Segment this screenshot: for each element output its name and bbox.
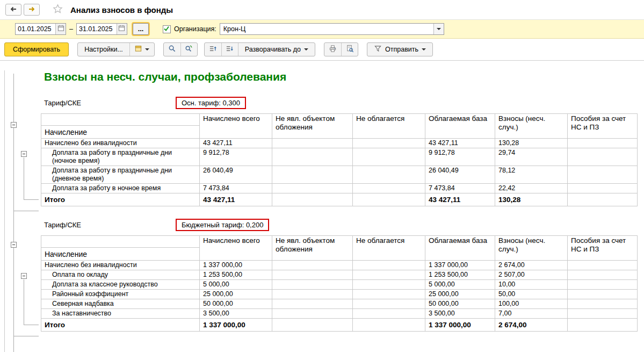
total-label[interactable]: Итого bbox=[41, 193, 200, 206]
cell-value[interactable] bbox=[272, 290, 353, 299]
period-more-button[interactable]: ... bbox=[133, 23, 149, 35]
settings-button[interactable]: Настройки... bbox=[78, 43, 129, 56]
row-label[interactable]: Доплата за классное руководство bbox=[41, 280, 200, 290]
collapse-group-toggle[interactable] bbox=[11, 122, 17, 128]
cell-value[interactable]: 50 000,00 bbox=[425, 299, 495, 309]
collapse-group-toggle[interactable] bbox=[11, 242, 17, 248]
cell-value[interactable] bbox=[568, 280, 638, 290]
cell-value[interactable] bbox=[353, 261, 425, 270]
cell-value[interactable]: 1 253 500,00 bbox=[425, 270, 495, 280]
cell-value[interactable]: 10,00 bbox=[495, 280, 568, 290]
cell-value[interactable] bbox=[272, 270, 353, 280]
row-label[interactable]: Начислено без инвалидности bbox=[41, 261, 200, 270]
cell-value[interactable]: 78,12 bbox=[495, 166, 568, 184]
cell-value[interactable]: 26 040,49 bbox=[425, 166, 495, 184]
cell-value[interactable] bbox=[272, 148, 353, 166]
cell-value[interactable]: 1 253 500,00 bbox=[200, 270, 272, 280]
cell-value[interactable] bbox=[353, 299, 425, 309]
cell-value[interactable]: 22,42 bbox=[495, 184, 568, 193]
row-label[interactable]: Доплата за работу в праздничные дни (дне… bbox=[41, 166, 200, 184]
cell-value[interactable]: 43 427,11 bbox=[200, 139, 272, 148]
collapse-group-toggle[interactable] bbox=[21, 273, 27, 279]
total-value[interactable] bbox=[272, 193, 353, 206]
cell-value[interactable] bbox=[568, 148, 638, 166]
cell-value[interactable]: 50,00 bbox=[495, 290, 568, 299]
search-repeat-button[interactable] bbox=[180, 43, 197, 56]
forward-button[interactable] bbox=[24, 4, 40, 16]
cell-value[interactable] bbox=[272, 139, 353, 148]
total-label[interactable]: Итого bbox=[41, 319, 200, 332]
send-button[interactable]: Отправить bbox=[367, 43, 432, 56]
cell-value[interactable]: 100,00 bbox=[495, 299, 568, 309]
cell-value[interactable]: 3 500,00 bbox=[200, 309, 272, 319]
cell-value[interactable]: 9 912,78 bbox=[200, 148, 272, 166]
cell-value[interactable]: 2 674,00 bbox=[495, 261, 568, 270]
cell-value[interactable]: 26 040,49 bbox=[200, 166, 272, 184]
cell-value[interactable]: 1 337 000,00 bbox=[200, 261, 272, 270]
cell-value[interactable]: 130,28 bbox=[495, 139, 568, 148]
cell-value[interactable] bbox=[353, 166, 425, 184]
total-value[interactable]: 130,28 bbox=[495, 193, 568, 206]
cell-value[interactable]: 5 000,00 bbox=[425, 280, 495, 290]
cell-value[interactable] bbox=[353, 139, 425, 148]
cell-value[interactable]: 25 000,00 bbox=[200, 290, 272, 299]
cell-value[interactable] bbox=[568, 290, 638, 299]
cell-value[interactable] bbox=[353, 184, 425, 193]
tariff-value-highlighted[interactable]: Осн. тариф: 0,300 bbox=[176, 97, 246, 109]
cell-value[interactable] bbox=[568, 270, 638, 280]
total-value[interactable]: 2 674,00 bbox=[495, 319, 568, 332]
cell-value[interactable]: 5 000,00 bbox=[200, 280, 272, 290]
collapse-group-toggle[interactable] bbox=[21, 151, 27, 157]
cell-value[interactable]: 1 337 000,00 bbox=[425, 261, 495, 270]
row-label[interactable]: За наставничество bbox=[41, 309, 200, 319]
cell-value[interactable]: 2 507,00 bbox=[495, 270, 568, 280]
row-label[interactable]: Северная надбавка bbox=[41, 299, 200, 309]
search-button[interactable] bbox=[164, 43, 180, 56]
total-value[interactable]: 1 337 000,00 bbox=[200, 319, 272, 332]
total-value[interactable]: 1 337 000,00 bbox=[425, 319, 495, 332]
total-value[interactable] bbox=[353, 319, 425, 332]
generate-button[interactable]: Сформировать bbox=[4, 42, 69, 56]
cell-value[interactable] bbox=[272, 166, 353, 184]
cell-value[interactable] bbox=[272, 309, 353, 319]
row-label[interactable]: Доплата за работу в праздничные дни (ноч… bbox=[41, 148, 200, 166]
date-to-input[interactable] bbox=[77, 24, 117, 34]
total-value[interactable] bbox=[353, 193, 425, 206]
row-label[interactable]: Начислено без инвалидности bbox=[41, 139, 200, 148]
cell-value[interactable] bbox=[568, 139, 638, 148]
row-label[interactable]: Доплата за работу в ночное время bbox=[41, 184, 200, 193]
total-value[interactable]: 43 427,11 bbox=[200, 193, 272, 206]
row-label[interactable]: Районный коэффициент bbox=[41, 290, 200, 299]
date-to-calendar-button[interactable] bbox=[117, 24, 127, 34]
cell-value[interactable] bbox=[353, 309, 425, 319]
cell-value[interactable] bbox=[353, 270, 425, 280]
cell-value[interactable]: 7,00 bbox=[495, 309, 568, 319]
cell-value[interactable] bbox=[353, 290, 425, 299]
total-value[interactable]: 43 427,11 bbox=[425, 193, 495, 206]
cell-value[interactable]: 43 427,11 bbox=[425, 139, 495, 148]
cell-value[interactable] bbox=[272, 184, 353, 193]
cell-value[interactable]: 9 912,78 bbox=[425, 148, 495, 166]
cell-value[interactable] bbox=[272, 261, 353, 270]
print-preview-button[interactable] bbox=[341, 43, 358, 56]
cell-value[interactable] bbox=[353, 148, 425, 166]
favorite-button[interactable] bbox=[53, 4, 63, 16]
print-button[interactable] bbox=[324, 43, 341, 56]
organization-combo[interactable]: Крон-Ц bbox=[220, 23, 444, 35]
report-variants-button[interactable] bbox=[129, 43, 154, 56]
cell-value[interactable] bbox=[272, 299, 353, 309]
cell-value[interactable] bbox=[568, 166, 638, 184]
cell-value[interactable]: 3 500,00 bbox=[425, 309, 495, 319]
total-value[interactable] bbox=[272, 319, 353, 332]
cell-value[interactable] bbox=[568, 184, 638, 193]
expand-to-button[interactable]: Разворачивать до bbox=[238, 43, 315, 56]
row-label[interactable]: Оплата по окладу bbox=[41, 270, 200, 280]
cell-value[interactable]: 7 473,84 bbox=[200, 184, 272, 193]
cell-value[interactable]: 50 000,00 bbox=[200, 299, 272, 309]
cell-value[interactable]: 25 000,00 bbox=[425, 290, 495, 299]
tariff-value-highlighted[interactable]: Бюджетный тариф: 0,200 bbox=[176, 219, 269, 231]
organization-dropdown-button[interactable] bbox=[433, 24, 444, 34]
back-button[interactable] bbox=[5, 4, 21, 16]
total-value[interactable] bbox=[568, 319, 638, 332]
cell-value[interactable] bbox=[353, 280, 425, 290]
